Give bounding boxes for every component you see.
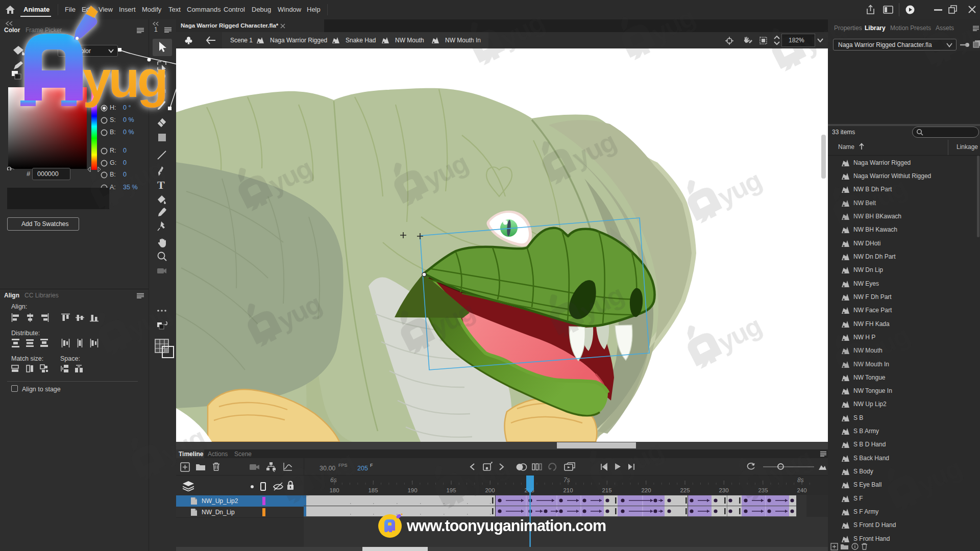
svg-text:235: 235 bbox=[758, 487, 768, 493]
svg-text:195: 195 bbox=[446, 487, 456, 493]
svg-text:190: 190 bbox=[407, 487, 417, 493]
svg-text:215: 215 bbox=[602, 487, 611, 493]
svg-text:220: 220 bbox=[641, 487, 651, 493]
svg-text:240: 240 bbox=[797, 487, 806, 493]
svg-text:6s: 6s bbox=[330, 477, 337, 484]
svg-text:225: 225 bbox=[680, 487, 690, 493]
svg-text:230: 230 bbox=[719, 487, 728, 493]
svg-text:210: 210 bbox=[563, 487, 573, 493]
svg-text:185: 185 bbox=[368, 487, 378, 493]
svg-text:200: 200 bbox=[485, 487, 495, 493]
svg-text:180: 180 bbox=[329, 487, 339, 493]
svg-text:7s: 7s bbox=[564, 477, 570, 484]
svg-text:8s: 8s bbox=[797, 477, 804, 484]
